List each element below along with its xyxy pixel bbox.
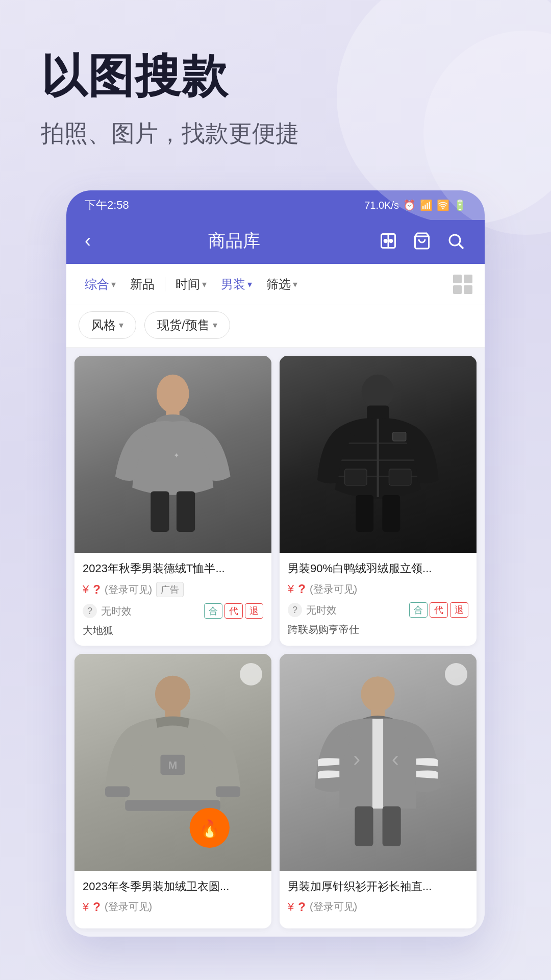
product-card-4[interactable]: › ‹ 男装加厚针织衫开衫长袖直... ¥ ? (登录可见) xyxy=(280,654,477,928)
nav-icons xyxy=(378,230,466,252)
status-signal-icon: 📶 xyxy=(420,199,433,211)
filter-comprehensive[interactable]: 综合 ▾ xyxy=(79,272,122,297)
filter-time-arrow: ▾ xyxy=(202,279,207,290)
product-figure-1: ✦ xyxy=(99,371,247,538)
product-figure-3: M 🔥 xyxy=(96,667,249,858)
filter-grid-button[interactable] xyxy=(453,275,472,294)
product-meta-row-1: ? 无时效 合 代 退 xyxy=(83,603,263,619)
filter-comprehensive-arrow: ▾ xyxy=(111,279,116,290)
filter-new-label: 新品 xyxy=(130,276,155,292)
product-info-4: 男装加厚针织衫开衫长袖直... ¥ ? (登录可见) xyxy=(280,871,477,928)
back-button[interactable]: ‹ xyxy=(85,230,91,252)
svg-point-13 xyxy=(362,375,394,409)
wardrobe-button[interactable] xyxy=(378,230,399,252)
status-clock-icon: ⏰ xyxy=(403,199,416,211)
price-yuan-3: ¥ xyxy=(83,900,89,914)
svg-line-6 xyxy=(459,244,463,249)
product-figure-2 xyxy=(304,371,452,538)
filter-menswear-label: 男装 xyxy=(221,276,245,292)
tag-bar: 风格 ▾ 现货/预售 ▾ xyxy=(66,305,485,348)
hero-section: 以图搜款 拍照、图片，找款更便捷 xyxy=(0,0,551,180)
product-price-row-1: ¥ ? (登录可见) 广告 xyxy=(83,582,263,597)
filter-screen[interactable]: 筛选 ▾ xyxy=(260,272,304,297)
product-name-3: 2023年冬季男装加绒卫衣圆... xyxy=(83,879,263,895)
badge-dai-1: 代 xyxy=(224,603,243,619)
stock-tag-arrow: ▾ xyxy=(213,320,217,331)
svg-rect-20 xyxy=(389,469,411,485)
status-time: 下午2:58 xyxy=(85,198,129,213)
product-brand-2: 跨联易购亨帝仕 xyxy=(288,623,468,636)
badge-dai-2: 代 xyxy=(430,602,448,618)
svg-text:›: › xyxy=(354,747,361,771)
meta-question-2: ? xyxy=(288,603,302,617)
nav-bar: ‹ 商品库 xyxy=(66,220,485,264)
svg-text:🔥: 🔥 xyxy=(199,819,221,839)
product-info-3: 2023年冬季男装加绒卫衣圆... ¥ ? (登录可见) xyxy=(74,871,271,928)
grid-dot-3 xyxy=(453,285,462,294)
price-note-2: (登录可见) xyxy=(310,582,357,596)
stock-tag-label: 现货/预售 xyxy=(157,317,210,333)
product-image-4: › ‹ xyxy=(280,654,477,871)
price-note-3: (登录可见) xyxy=(105,900,152,914)
svg-rect-27 xyxy=(216,786,240,797)
product-price-row-3: ¥ ? (登录可见) xyxy=(83,900,263,914)
svg-point-5 xyxy=(449,235,460,246)
status-right: 71.0K/s ⏰ 📶 🛜 🔋 xyxy=(364,199,466,211)
badge-tui-1: 退 xyxy=(245,603,263,619)
status-speed: 71.0K/s xyxy=(364,200,399,211)
svg-rect-12 xyxy=(177,492,195,532)
stock-tag[interactable]: 现货/预售 ▾ xyxy=(144,311,230,339)
product-card-3[interactable]: M 🔥 2023年冬季男装加绒卫衣圆... ¥ ? xyxy=(74,654,271,928)
filter-menswear[interactable]: 男装 ▾ xyxy=(215,272,258,297)
status-battery-icon: 🔋 xyxy=(454,199,466,211)
svg-point-7 xyxy=(157,375,189,413)
product-figure-4: › ‹ xyxy=(301,667,455,858)
product-brand-1: 大地狐 xyxy=(83,624,263,638)
cart-icon xyxy=(413,232,431,250)
cart-button[interactable] xyxy=(411,230,433,252)
product-meta-row-2: ? 无时效 合 代 退 xyxy=(288,602,468,618)
price-note-1: (登录可见) xyxy=(105,583,152,597)
product-card-1[interactable]: ✦ 2023年秋季男装德绒T恤半... ¥ ? (登录可见) 广告 xyxy=(74,356,271,646)
phone-wrapper: 下午2:58 71.0K/s ⏰ 📶 🛜 🔋 ‹ 商品库 xyxy=(0,190,551,967)
product-info-2: 男装90%白鸭绒羽绒服立领... ¥ ? (登录可见) ? 无时效 合 代 xyxy=(280,553,477,645)
svg-rect-19 xyxy=(345,469,367,485)
price-value-3: ? xyxy=(93,900,101,914)
filter-comprehensive-label: 综合 xyxy=(85,276,109,292)
svg-rect-21 xyxy=(393,432,406,441)
meta-badges-2: 合 代 退 xyxy=(409,602,468,618)
price-yuan-1: ¥ xyxy=(83,583,89,596)
badge-he-2: 合 xyxy=(409,602,428,618)
meta-validity-2: 无时效 xyxy=(306,603,337,617)
filter-time-label: 时间 xyxy=(176,276,200,292)
nav-title: 商品库 xyxy=(91,229,378,253)
svg-rect-35 xyxy=(372,719,383,808)
svg-rect-23 xyxy=(383,495,400,532)
filter-menswear-arrow: ▾ xyxy=(247,279,252,290)
price-value-1: ? xyxy=(93,582,101,597)
search-button[interactable] xyxy=(445,230,466,252)
filter-screen-arrow: ▾ xyxy=(293,279,297,290)
product-price-row-2: ¥ ? (登录可见) xyxy=(288,582,468,596)
svg-point-2 xyxy=(385,240,387,242)
products-container: ✦ 2023年秋季男装德绒T恤半... ¥ ? (登录可见) 广告 xyxy=(66,348,485,936)
status-wifi-icon: 🛜 xyxy=(437,199,449,211)
product-image-2 xyxy=(280,356,477,553)
grid-dot-4 xyxy=(464,285,472,294)
style-tag-label: 风格 xyxy=(91,317,116,333)
product-price-row-4: ¥ ? (登录可见) xyxy=(288,900,468,914)
filter-bar: 综合 ▾ 新品 时间 ▾ 男装 ▾ 筛选 ▾ xyxy=(66,264,485,305)
hero-title: 以图搜款 xyxy=(41,51,510,102)
product-card-2[interactable]: 男装90%白鸭绒羽绒服立领... ¥ ? (登录可见) ? 无时效 合 代 xyxy=(280,356,477,646)
price-yuan-4: ¥ xyxy=(288,900,294,914)
filter-time[interactable]: 时间 ▾ xyxy=(169,272,213,297)
product-name-1: 2023年秋季男装德绒T恤半... xyxy=(83,561,263,577)
product-name-2: 男装90%白鸭绒羽绒服立领... xyxy=(288,561,468,577)
search-icon xyxy=(446,232,465,250)
product-info-1: 2023年秋季男装德绒T恤半... ¥ ? (登录可见) 广告 ? 无时效 合 xyxy=(74,553,271,646)
meta-question-1: ? xyxy=(83,604,97,618)
filter-screen-label: 筛选 xyxy=(266,276,291,292)
grid-dot-2 xyxy=(464,275,472,283)
filter-new[interactable]: 新品 xyxy=(124,272,161,297)
style-tag[interactable]: 风格 ▾ xyxy=(79,311,136,339)
